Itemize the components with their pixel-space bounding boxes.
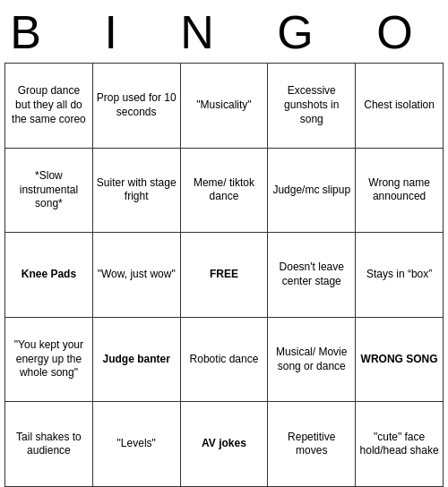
bingo-grid: Group dance but they all do the same cor… [4, 63, 444, 487]
cell-r0-c4: Chest isolation [356, 64, 444, 149]
cell-r0-c3: Excessive gunshots in song [268, 64, 356, 149]
cell-r3-c3: Musical/ Movie song or dance [268, 317, 356, 402]
cell-r4-c4: "cute" face hold/head shake [356, 402, 444, 487]
cell-r2-c2: FREE [180, 233, 268, 318]
cell-r2-c4: Stays in “box” [356, 233, 444, 318]
cell-r2-c1: "Wow, just wow" [92, 233, 180, 318]
cell-r4-c0: Tail shakes to audience [5, 402, 93, 487]
cell-r0-c0: Group dance but they all do the same cor… [5, 64, 93, 149]
cell-r4-c2: AV jokes [180, 402, 268, 487]
cell-r1-c0: *Slow instrumental song* [5, 148, 93, 233]
cell-r1-c4: Wrong name announced [356, 148, 444, 233]
cell-r2-c0: Knee Pads [5, 233, 93, 318]
cell-r0-c2: "Musicality" [180, 64, 268, 149]
cell-r1-c2: Meme/ tiktok dance [180, 148, 268, 233]
cell-r3-c0: "You kept your energy up the whole song" [5, 317, 93, 402]
cell-r2-c3: Doesn't leave center stage [268, 233, 356, 318]
bingo-title: B I N G O [10, 0, 437, 63]
cell-r4-c1: "Levels" [92, 402, 180, 487]
cell-r3-c1: Judge banter [92, 317, 180, 402]
cell-r0-c1: Prop used for 10 seconds [92, 64, 180, 149]
cell-r1-c1: Suiter with stage fright [92, 148, 180, 233]
cell-r1-c3: Judge/mc slipup [268, 148, 356, 233]
cell-r3-c2: Robotic dance [180, 317, 268, 402]
cell-r4-c3: Repetitive moves [268, 402, 356, 487]
cell-r3-c4: WRONG SONG [356, 317, 444, 402]
